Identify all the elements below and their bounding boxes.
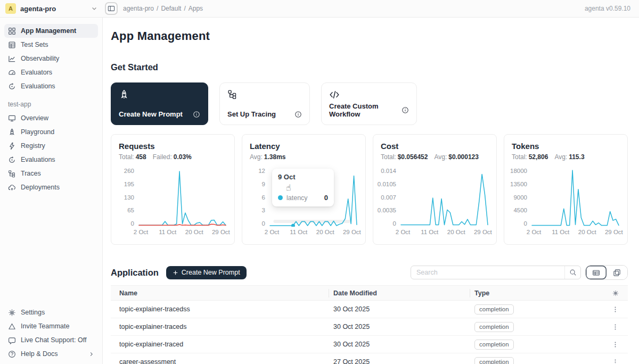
sidebar-item-overview[interactable]: Overview <box>4 111 98 125</box>
breadcrumb-item[interactable]: agenta-pro <box>123 5 154 12</box>
kebab-menu-icon[interactable] <box>612 306 619 313</box>
x-axis-labels: 2 Oct11 Oct20 Oct29 Oct <box>269 229 358 237</box>
sidebar-item-registry[interactable]: Registry <box>4 139 98 153</box>
plus-icon <box>173 270 178 276</box>
sidebar-item-label: Evaluators <box>21 69 52 76</box>
card-label: Set Up Tracing <box>227 110 276 118</box>
sidebar-item-label: Observability <box>21 55 59 62</box>
x-axis-labels: 2 Oct11 Oct20 Oct29 Oct <box>400 229 489 237</box>
panel-toggle-icon <box>108 5 115 12</box>
search-input[interactable] <box>411 269 564 276</box>
sidebar-item-deployments[interactable]: Deployments <box>4 180 98 194</box>
trace-tree-icon <box>8 170 16 178</box>
sidebar-item-label: Traces <box>21 170 41 177</box>
table-header: Name Date Modified Type <box>111 286 628 301</box>
metric-stats: Total:458 Failed:0.03% <box>119 153 227 161</box>
y-axis-labels: 1800013500900045000 <box>512 167 531 227</box>
sidebar-bottom-group: Settings Invite Teammate Live Chat Suppo… <box>0 305 102 364</box>
sidebar-toggle-button[interactable] <box>105 2 118 15</box>
rocket-icon <box>8 128 16 136</box>
kebab-menu-icon[interactable] <box>612 359 619 364</box>
hand-cursor-icon: ☝ <box>286 183 291 193</box>
column-settings-gear-icon[interactable] <box>612 289 619 297</box>
sidebar-item-playground[interactable]: Playground <box>4 125 98 139</box>
table-row[interactable]: topic-explainer-traceds 30 Oct 2025 comp… <box>111 318 628 336</box>
chart-tooltip: 9 Oct latency 0 <box>272 169 334 206</box>
search-icon[interactable] <box>564 266 580 279</box>
table-row[interactable]: career-assessment 27 Oct 2025 completion <box>111 353 628 364</box>
tooltip-date: 9 Oct <box>278 173 328 181</box>
app-name: topic-explainer-tracedss <box>111 305 329 313</box>
column-header-name: Name <box>111 289 329 297</box>
sidebar-item-test-sets[interactable]: Test Sets <box>4 38 98 52</box>
sidebar-item-invite-teammate[interactable]: Invite Teammate <box>4 319 98 333</box>
metric-title: Latency <box>250 142 358 151</box>
breadcrumb-separator: / <box>184 5 185 12</box>
sidebar-item-evaluations[interactable]: Evaluations <box>4 79 98 93</box>
breadcrumb-separator: / <box>157 5 158 12</box>
search-box <box>411 266 581 279</box>
create-new-prompt-button[interactable]: Create New Prompt <box>166 266 247 279</box>
chevron-down-icon <box>91 5 97 12</box>
sidebar-item-label: Playground <box>21 128 54 136</box>
card-view-button[interactable] <box>607 266 627 279</box>
cost-chart <box>400 167 489 227</box>
column-header-date-modified: Date Modified <box>329 289 470 297</box>
table-row[interactable]: topic-explainer-traced 30 Oct 2025 compl… <box>111 336 628 353</box>
sidebar-item-label: Deployments <box>21 184 60 191</box>
tokens-metric-card: Tokens Total:52,806 Avg:115.3 1800013500… <box>504 134 628 245</box>
sidebar-item-live-chat[interactable]: Live Chat Support: Off <box>4 333 98 347</box>
table-row[interactable]: topic-explainer-tracedss 30 Oct 2025 com… <box>111 301 628 318</box>
card-label: Create Custom Workflow <box>329 102 402 118</box>
set-up-tracing-card[interactable]: Set Up Tracing <box>219 82 310 125</box>
sidebar-item-label: App Management <box>21 27 76 35</box>
metric-title: Cost <box>381 142 489 151</box>
tooltip-series-label: latency <box>286 194 308 202</box>
create-new-prompt-card[interactable]: Create New Prompt <box>111 82 208 125</box>
app-version: agenta v0.59.10 <box>585 5 639 12</box>
x-axis-labels: 2 Oct11 Oct20 Oct29 Oct <box>138 229 227 237</box>
metric-stats: Total:52,806 Avg:115.3 <box>512 153 620 161</box>
y-axis-labels: 0.0140.01050.0070.00350 <box>381 167 400 227</box>
metric-stats: Total:$0.056452 Avg:$0.000123 <box>381 153 489 161</box>
sidebar-item-observability[interactable]: Observability <box>4 52 98 65</box>
invite-icon <box>8 322 16 330</box>
sidebar-item-help-docs[interactable]: Help & Docs <box>4 347 98 361</box>
sidebar-item-traces[interactable]: Traces <box>4 167 98 180</box>
kebab-menu-icon[interactable] <box>612 341 619 348</box>
sidebar-item-evaluations-app[interactable]: Evaluations <box>4 153 98 167</box>
breadcrumb-item[interactable]: Apps <box>189 5 203 12</box>
code-icon <box>329 89 409 100</box>
table-view-button[interactable] <box>586 266 607 279</box>
card-view-icon <box>613 269 621 277</box>
rocket-icon <box>119 89 200 100</box>
kebab-menu-icon[interactable] <box>612 324 619 330</box>
workspace-name: agenta-pro <box>20 5 56 13</box>
sidebar-item-label: Evaluations <box>21 156 55 163</box>
observability-icon <box>8 55 16 63</box>
workspace-selector[interactable]: A agenta-pro <box>0 3 103 14</box>
app-date-modified: 30 Oct 2025 <box>329 305 470 313</box>
requests-chart <box>138 167 227 227</box>
info-icon[interactable] <box>402 106 409 114</box>
sidebar-item-evaluators[interactable]: Evaluators <box>4 65 98 79</box>
type-badge: completion <box>474 340 514 350</box>
sidebar-item-label: Live Chat Support: Off <box>21 336 86 344</box>
lightning-icon <box>8 142 16 150</box>
workspace-avatar: A <box>5 3 16 14</box>
create-custom-workflow-card[interactable]: Create Custom Workflow <box>321 82 417 125</box>
sidebar-item-label: Invite Teammate <box>21 322 69 330</box>
metric-title: Requests <box>119 142 227 151</box>
breadcrumb[interactable]: agenta-pro / Default / Apps <box>123 5 203 12</box>
info-icon[interactable] <box>193 111 200 118</box>
breadcrumb-item[interactable]: Default <box>161 5 181 12</box>
get-started-cards: Create New Prompt Set Up Tracing Create … <box>111 82 628 125</box>
info-icon[interactable] <box>294 111 302 118</box>
sidebar-item-settings[interactable]: Settings <box>4 305 98 319</box>
sidebar-item-app-management[interactable]: App Management <box>4 24 98 38</box>
y-axis-labels: 260195130650 <box>119 167 138 227</box>
table-view-icon <box>592 269 600 277</box>
metric-title: Tokens <box>512 142 620 151</box>
chevron-right-icon <box>88 351 94 357</box>
cost-metric-card: Cost Total:$0.056452 Avg:$0.000123 0.014… <box>373 134 497 245</box>
